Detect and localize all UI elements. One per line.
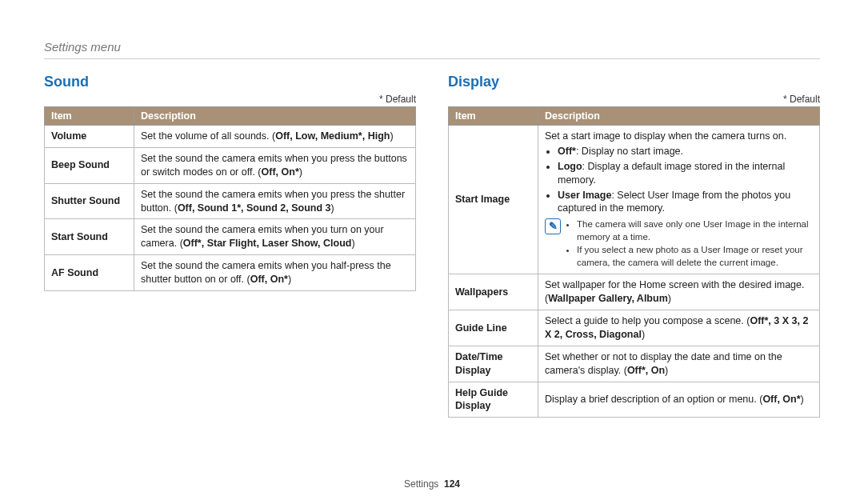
item-name: Beep Sound	[45, 147, 134, 183]
table-row: Volume Set the volume of all sounds. (Of…	[45, 126, 416, 148]
table-row: Beep Sound Set the sound the camera emit…	[45, 147, 416, 183]
default-note-display: * Default	[448, 94, 820, 105]
item-name: Date/Time Display	[449, 346, 538, 382]
page: Settings menu Sound * Default Item Descr…	[0, 0, 864, 504]
th-item: Item	[45, 107, 134, 126]
footer: Settings 124	[0, 478, 864, 490]
footer-page: 124	[444, 478, 460, 490]
item-desc: Set the volume of all sounds. (Off, Low,…	[134, 126, 416, 148]
list-item: User Image: Select User Image from the p…	[558, 189, 813, 216]
table-row: Help Guide Display Display a brief descr…	[449, 382, 820, 418]
list-item: Off*: Display no start image.	[558, 145, 813, 158]
note-list: The camera will save only one User Image…	[566, 218, 813, 270]
item-desc: Set the sound the camera emits when you …	[134, 183, 416, 219]
item-desc: Display a brief description of an option…	[538, 382, 820, 418]
item-name: Wallpapers	[449, 274, 538, 310]
list-item: The camera will save only one User Image…	[577, 218, 813, 243]
list-item: Logo: Display a default image stored in …	[558, 160, 813, 187]
item-name: Guide Line	[449, 310, 538, 346]
item-desc: Set the sound the camera emits when you …	[134, 147, 416, 183]
item-desc: Set wallpaper for the Home screen with t…	[538, 274, 820, 310]
table-row: Shutter Sound Set the sound the camera e…	[45, 183, 416, 219]
breadcrumb: Settings menu	[44, 40, 820, 59]
table-row: Wallpapers Set wallpaper for the Home sc…	[449, 274, 820, 310]
footer-section: Settings	[404, 478, 438, 490]
table-row: Guide Line Select a guide to help you co…	[449, 310, 820, 346]
display-title: Display	[448, 74, 820, 90]
th-desc: Description	[538, 107, 820, 126]
columns: Sound * Default Item Description Volume …	[44, 74, 820, 418]
th-desc: Description	[134, 107, 416, 126]
item-name: Volume	[45, 126, 134, 148]
start-image-lead: Set a start image to display when the ca…	[545, 130, 813, 143]
item-desc: Set whether or not to display the date a…	[538, 346, 820, 382]
item-name: Shutter Sound	[45, 183, 134, 219]
default-note-sound: * Default	[44, 94, 416, 105]
table-row: AF Sound Set the sound the camera emits …	[45, 255, 416, 291]
item-desc: Set the sound the camera emits when you …	[134, 219, 416, 255]
list-item: If you select a new photo as a User Imag…	[577, 244, 813, 269]
item-desc: Set a start image to display when the ca…	[538, 126, 820, 274]
item-name: Start Image	[449, 126, 538, 274]
note-icon: ✎	[545, 218, 561, 234]
item-desc: Set the sound the camera emits when you …	[134, 255, 416, 291]
item-desc: Select a guide to help you compose a sce…	[538, 310, 820, 346]
table-row: Start Image Set a start image to display…	[449, 126, 820, 274]
sound-table: Item Description Volume Set the volume o…	[44, 106, 416, 291]
item-name: Help Guide Display	[449, 382, 538, 418]
table-row: Date/Time Display Set whether or not to …	[449, 346, 820, 382]
start-image-bullets: Off*: Display no start image. Logo: Disp…	[545, 145, 813, 215]
col-display: Display * Default Item Description Start…	[448, 74, 820, 418]
col-sound: Sound * Default Item Description Volume …	[44, 74, 416, 418]
item-name: Start Sound	[45, 219, 134, 255]
th-item: Item	[449, 107, 538, 126]
sound-title: Sound	[44, 74, 416, 90]
note-box: ✎ The camera will save only one User Ima…	[545, 218, 813, 270]
display-table: Item Description Start Image Set a start…	[448, 106, 820, 418]
item-name: AF Sound	[45, 255, 134, 291]
table-row: Start Sound Set the sound the camera emi…	[45, 219, 416, 255]
